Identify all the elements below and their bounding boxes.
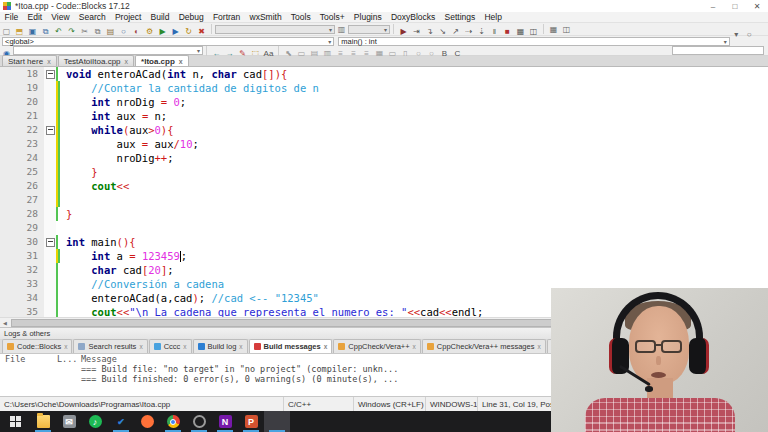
code-editor[interactable]: 18void enteroACad(int n, char cad[]){19 … <box>0 67 768 317</box>
line-number: 25 <box>0 165 44 179</box>
fold-margin[interactable] <box>44 95 56 109</box>
log-tab-cccc[interactable]: Ccccx <box>149 339 192 353</box>
log-tab-close-icon[interactable]: x <box>139 343 142 350</box>
code-line-22[interactable]: 22 while(aux>0){ <box>0 123 768 137</box>
onenote-icon[interactable]: N <box>212 411 238 432</box>
fold-margin[interactable] <box>44 151 56 165</box>
menu-plugins[interactable]: Plugins <box>349 12 386 22</box>
secondary-combo[interactable]: ▾ <box>348 25 390 34</box>
code-line-28[interactable]: 28} <box>0 207 768 221</box>
codeblocks-taskbar-icon[interactable] <box>264 411 290 432</box>
code-line-20[interactable]: 20 int nroDig = 0; <box>0 95 768 109</box>
split-view-icon[interactable]: ◫ <box>561 24 572 35</box>
target-options-icon[interactable]: ▥ <box>336 24 347 35</box>
code-text: int aux = n; <box>62 109 167 123</box>
main-toolbar: ▢⬒▣⧉↶↷✂⧉▤○◐⚙▶▶↻✖ ▾ ▥ ▾ ▶⇥↴↘↗⇢⇣‖■▦◫ ▦ ◫ <box>0 23 768 36</box>
chrome-icon[interactable] <box>160 411 186 432</box>
maximize-button[interactable]: □ <box>724 2 746 11</box>
log-tab-label: CppCheck/Vera++ <box>348 342 409 351</box>
fold-margin[interactable] <box>44 277 56 291</box>
code-line-26[interactable]: 26 cout<< <box>0 179 768 193</box>
log-tab-cppcheck-vera-messages[interactable]: CppCheck/Vera++ messagesx <box>422 339 546 353</box>
firefox-icon[interactable] <box>134 411 160 432</box>
code-line-32[interactable]: 32 char cad[20]; <box>0 263 768 277</box>
fold-margin[interactable] <box>44 263 56 277</box>
code-line-31[interactable]: 31 int a = 123459; <box>0 249 768 263</box>
fold-margin[interactable] <box>44 81 56 95</box>
fold-margin[interactable] <box>44 179 56 193</box>
log-tab-build-messages[interactable]: Build messagesx <box>249 339 333 353</box>
code-line-21[interactable]: 21 int aux = n; <box>0 109 768 123</box>
code-line-25[interactable]: 25 } <box>0 165 768 179</box>
editor-tab--itoa-cpp[interactable]: *Itoa.cppx <box>135 55 189 66</box>
log-tab-close-icon[interactable]: x <box>64 343 67 350</box>
fold-collapse-icon[interactable] <box>46 70 55 79</box>
file-explorer-icon[interactable] <box>30 411 56 432</box>
powerpoint-icon[interactable]: P <box>238 411 264 432</box>
close-button[interactable]: ✕ <box>746 2 768 11</box>
minimize-button[interactable]: – <box>702 2 724 11</box>
fold-margin[interactable] <box>44 67 56 81</box>
code-token: ){ <box>161 124 174 136</box>
log-tab-code-blocks[interactable]: Code::Blocksx <box>2 339 72 353</box>
scroll-left-icon[interactable]: ◀ <box>0 320 10 326</box>
log-tab-close-icon[interactable]: x <box>413 343 416 350</box>
dropdown-icon[interactable]: ▾ <box>731 29 742 40</box>
fold-margin[interactable] <box>44 109 56 123</box>
log-tab-search-results[interactable]: Search resultsx <box>73 339 147 353</box>
fold-collapse-icon[interactable] <box>46 238 55 247</box>
fold-margin[interactable] <box>44 235 56 249</box>
mail-app-icon[interactable]: ✉ <box>56 411 82 432</box>
log-tab-build-log[interactable]: Build logx <box>193 339 248 353</box>
search-results-icon <box>78 343 85 350</box>
log-tab-close-icon[interactable]: x <box>537 343 540 350</box>
log-tab-close-icon[interactable]: x <box>183 343 186 350</box>
log-tab-close-icon[interactable]: x <box>324 343 328 350</box>
fold-margin[interactable] <box>44 305 56 317</box>
build-target-combo[interactable]: ▾ <box>215 25 335 34</box>
menu-tools-[interactable]: Tools+ <box>315 12 349 22</box>
fold-collapse-icon[interactable] <box>46 126 55 135</box>
tab-close-icon[interactable]: x <box>179 58 183 65</box>
menu-tools[interactable]: Tools <box>286 12 315 22</box>
clock-app-icon[interactable] <box>186 411 212 432</box>
fold-margin[interactable] <box>44 193 56 207</box>
code-token: cad <box>420 306 439 317</box>
code-text: cout<<"\n La cadena que representa el nu… <box>62 305 483 317</box>
incsearch-input[interactable]: ▾ <box>13 46 203 55</box>
code-line-19[interactable]: 19 //Contar la cantidad de digitos de n <box>0 81 768 95</box>
code-line-29[interactable]: 29 <box>0 221 768 235</box>
tab-close-icon[interactable]: x <box>125 58 129 65</box>
fold-margin[interactable] <box>44 249 56 263</box>
message-file <box>0 374 57 384</box>
goto-function-icon[interactable]: ○ <box>744 29 755 40</box>
fold-margin[interactable] <box>44 123 56 137</box>
start-button[interactable] <box>0 411 30 432</box>
menu-wxsmith[interactable]: wxSmith <box>245 12 286 22</box>
code-line-23[interactable]: 23 aux = aux/10; <box>0 137 768 151</box>
tab-close-icon[interactable]: x <box>47 58 51 65</box>
fold-margin[interactable] <box>44 291 56 305</box>
change-bar-saved <box>58 137 60 151</box>
right-toolbar-box[interactable] <box>672 46 764 55</box>
log-tab-close-icon[interactable]: x <box>239 343 242 350</box>
fold-margin[interactable] <box>44 221 56 235</box>
code-line-24[interactable]: 24 nroDig++; <box>0 151 768 165</box>
window-list-icon[interactable]: ▦ <box>548 24 559 35</box>
checkmark-app-icon[interactable]: ✔ <box>108 411 134 432</box>
editor-tab-testatoiitoa-cpp[interactable]: TestAtoiItoa.cppx <box>58 55 134 66</box>
code-token <box>66 180 91 192</box>
spotify-icon[interactable]: ♪ <box>82 411 108 432</box>
code-line-30[interactable]: 30int main(){ <box>0 235 768 249</box>
fold-margin[interactable] <box>44 137 56 151</box>
code-line-27[interactable]: 27 <box>0 193 768 207</box>
change-bar-saved <box>58 95 60 109</box>
message-line <box>57 374 81 384</box>
code-line-18[interactable]: 18void enteroACad(int n, char cad[]){ <box>0 67 768 81</box>
fold-margin[interactable] <box>44 207 56 221</box>
log-tab-cppcheck-vera-[interactable]: CppCheck/Vera++x <box>333 339 421 353</box>
fold-margin[interactable] <box>44 165 56 179</box>
menu-fortran[interactable]: Fortran <box>208 12 245 22</box>
editor-tab-start-here[interactable]: Start herex <box>2 55 57 66</box>
code-token: "\n La cadena que representa el numero e… <box>129 306 407 317</box>
